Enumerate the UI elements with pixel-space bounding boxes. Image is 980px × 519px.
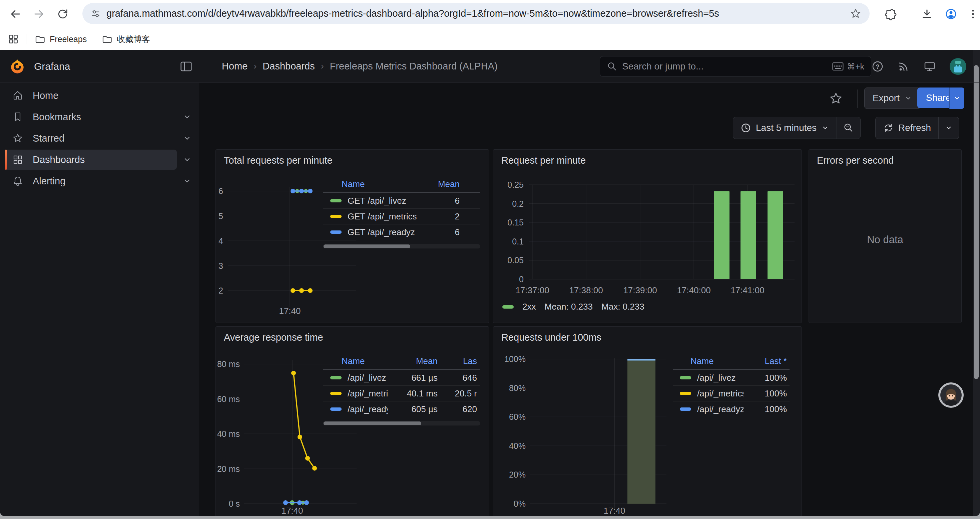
menu-icon[interactable] (967, 8, 979, 21)
svg-text:20 ms: 20 ms (217, 464, 240, 474)
bookmark-folder-blog[interactable]: 收藏博客 (102, 34, 150, 45)
url-text[interactable]: grafana.mathmast.com/d/deytv4rwavabkb/fr… (107, 8, 850, 19)
download-icon[interactable] (921, 8, 933, 21)
forward-icon[interactable] (33, 8, 45, 21)
chevron-down-icon[interactable] (183, 134, 192, 143)
grafana-app: Grafana Home Bookma (0, 50, 980, 516)
series-color-pill (330, 392, 342, 395)
legend-row[interactable]: GET /api/_metrics 2 (323, 209, 480, 224)
clock-icon (740, 123, 751, 133)
reload-icon[interactable] (56, 8, 69, 21)
search-placeholder: Search or jump to... (622, 61, 832, 72)
legend-row[interactable]: /api/_metrics 100% (673, 386, 789, 401)
series-color-pill (330, 230, 342, 234)
series-color-pill (330, 376, 342, 379)
svg-text:0.1: 0.1 (512, 237, 524, 246)
sidebar-item-label: Bookmarks (33, 112, 81, 123)
panel-request-per-minute: Request per minute 0.250.20.150.10.05017… (493, 149, 802, 323)
chevron-down-icon[interactable] (183, 176, 192, 186)
series-color-pill (680, 376, 691, 379)
breadcrumb-current: Freeleaps Metrics Dashboard (ALPHA) (330, 61, 498, 72)
legend-scrollbar[interactable] (323, 421, 480, 425)
legend-row[interactable]: /api/_livez 661 µs 646 (323, 370, 480, 386)
bookmark-label: Freeleaps (50, 34, 87, 44)
time-range-button[interactable]: Last 5 minutes (733, 117, 837, 139)
rss-icon[interactable] (897, 60, 910, 73)
folder-icon (34, 34, 46, 45)
panel-total-requests: Total requests per minute 6543217:40 Nam… (215, 149, 489, 323)
favorite-star-icon[interactable] (829, 91, 843, 105)
series-color-pill (502, 305, 514, 308)
svg-text:0.15: 0.15 (508, 218, 524, 227)
legend-row[interactable]: /api/_livez 100% (673, 370, 789, 386)
site-info-icon[interactable] (90, 8, 102, 20)
svg-text:17:40: 17:40 (603, 506, 625, 516)
zoom-out-button[interactable] (837, 117, 860, 139)
sidebar-item-bookmarks[interactable]: Bookmarks (5, 107, 177, 127)
grafana-logo-icon[interactable] (10, 59, 25, 74)
chevron-down-icon[interactable] (183, 112, 192, 121)
sidebar-item-home[interactable]: Home (5, 86, 177, 105)
svg-text:0.25: 0.25 (508, 180, 524, 189)
sidebar-item-alerting[interactable]: Alerting (5, 171, 177, 191)
sidebar-item-starred[interactable]: Starred (5, 128, 177, 148)
sidebar-toggle-icon[interactable] (180, 60, 193, 73)
panel-title[interactable]: Errors per second (817, 155, 894, 166)
sidebar-item-dashboards[interactable]: Dashboards (5, 150, 177, 170)
bookmark-star-icon[interactable] (850, 8, 862, 20)
sidebar-item-label: Dashboards (33, 154, 85, 165)
scrollbar-thumb[interactable] (974, 65, 978, 379)
legend-table: Name Mean GET /api/_livez 6 GET /api/_me… (323, 176, 480, 249)
series-legend[interactable]: 2xx Mean: 0.233 Max: 0.233 (502, 302, 644, 312)
panel-under-100ms: Requests under 100ms 100%80%60%40%20%0%1… (493, 326, 802, 516)
help-icon[interactable]: ? (871, 60, 884, 73)
refresh-picker: Refresh (875, 117, 959, 139)
panel-errors-per-second: Errors per second No data (808, 149, 962, 323)
back-icon[interactable] (9, 8, 22, 21)
series-color-pill (330, 215, 342, 218)
bookmarks-bar: Freeleaps 收藏博客 (0, 28, 980, 50)
actions-divider (857, 89, 858, 108)
brand-name: Grafana (34, 61, 70, 72)
chevron-down-icon[interactable] (183, 155, 192, 164)
breadcrumb-separator: › (321, 61, 324, 72)
app-header: Home › Dashboards › Freeleaps Metrics Da… (199, 50, 980, 83)
legend-scrollbar[interactable] (323, 244, 480, 249)
svg-text:17:38:00: 17:38:00 (569, 285, 603, 295)
svg-text:0: 0 (519, 275, 524, 284)
monitor-icon[interactable] (923, 60, 936, 73)
series-color-pill (680, 392, 691, 395)
apps-grid-icon[interactable] (7, 33, 19, 45)
sidebar-nav: Home Bookmarks St (0, 85, 199, 192)
assistant-avatar[interactable] (938, 382, 964, 409)
breadcrumb-dashboards[interactable]: Dashboards (262, 61, 315, 72)
search-icon (607, 61, 617, 72)
svg-text:17:39:00: 17:39:00 (623, 285, 657, 295)
profile-icon[interactable] (945, 8, 957, 21)
url-bar[interactable]: grafana.mathmast.com/d/deytv4rwavabkb/fr… (83, 3, 870, 24)
svg-text:60 ms: 60 ms (217, 394, 240, 404)
chevron-down-icon (953, 94, 961, 102)
svg-text:100%: 100% (504, 355, 526, 364)
refresh-icon (883, 123, 894, 133)
legend-row[interactable]: /api/_readyz 100% (673, 401, 789, 417)
share-menu-button[interactable] (949, 88, 964, 109)
legend-row[interactable]: /api/_readyz 605 µs 620 (323, 401, 480, 417)
legend-row[interactable]: GET /api/_readyz 6 (323, 224, 480, 240)
refresh-button[interactable]: Refresh (876, 117, 939, 139)
zoom-out-icon (843, 122, 854, 134)
extensions-icon[interactable] (885, 8, 897, 21)
bookmark-folder-freeleaps[interactable]: Freeleaps (34, 34, 87, 45)
refresh-interval-button[interactable] (939, 117, 959, 139)
svg-text:20%: 20% (509, 470, 526, 479)
legend-row[interactable]: /api/_metrics 40.1 ms 20.5 r (323, 386, 480, 401)
user-avatar[interactable] (949, 58, 967, 75)
search-input[interactable]: Search or jump to... ⌘+k (600, 56, 871, 77)
svg-text:?: ? (876, 63, 880, 70)
export-button[interactable]: Export (864, 88, 921, 109)
request-per-minute-chart[interactable]: 0.250.20.150.10.05017:37:0017:38:0017:39… (493, 150, 802, 323)
legend-row[interactable]: GET /api/_livez 6 (323, 193, 480, 209)
breadcrumb-home[interactable]: Home (222, 61, 248, 72)
page-scrollbar[interactable] (973, 50, 980, 516)
legend-table: Name Mean Las /api/_livez 661 µs 646 /ap… (323, 353, 480, 425)
